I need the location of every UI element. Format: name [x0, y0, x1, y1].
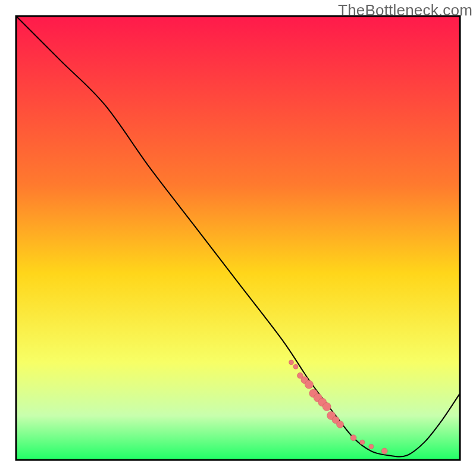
highlight-point — [305, 380, 313, 389]
bottleneck-plot-svg — [0, 0, 476, 476]
highlight-point — [293, 364, 298, 369]
highlight-point — [369, 444, 374, 449]
highlight-point — [360, 440, 365, 444]
heat-gradient-background — [16, 16, 460, 460]
chart-frame: TheBottleneck.com — [0, 0, 476, 476]
highlight-point — [322, 402, 331, 411]
highlight-point — [381, 448, 387, 454]
watermark-text: TheBottleneck.com — [338, 1, 472, 20]
highlight-point — [289, 360, 294, 365]
highlight-point — [350, 435, 356, 441]
highlight-point — [337, 421, 344, 428]
